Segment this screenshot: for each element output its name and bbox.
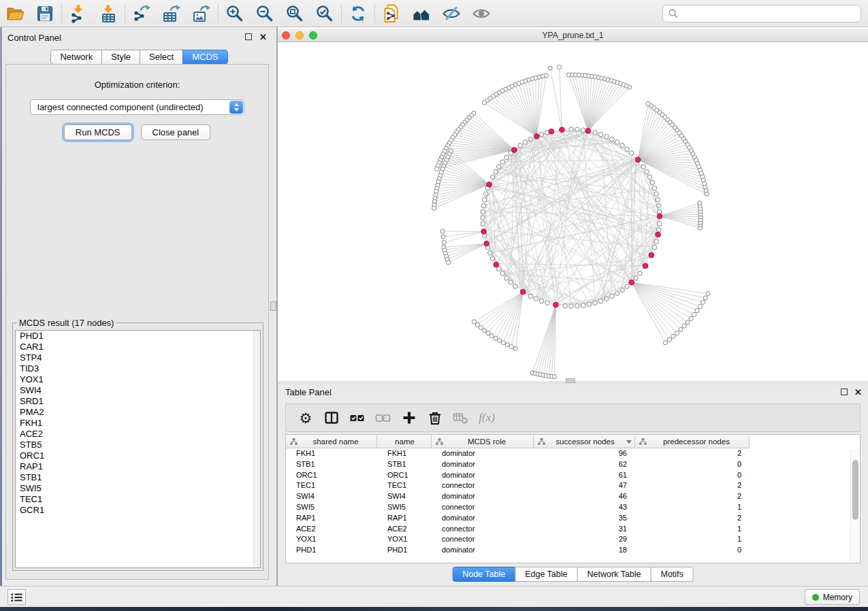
- import-table-icon: [99, 4, 118, 23]
- table-row[interactable]: ORC1ORC1dominator610: [286, 470, 860, 481]
- list-item[interactable]: ACE2: [16, 429, 260, 440]
- table-cell: ACE2: [377, 524, 432, 535]
- search-input[interactable]: [682, 9, 855, 18]
- list-item[interactable]: PHD1: [16, 331, 260, 342]
- table-scrollbar-thumb[interactable]: [852, 460, 858, 520]
- zoom-out-button[interactable]: [250, 1, 280, 26]
- list-item[interactable]: YOX1: [16, 374, 260, 385]
- column-header-successor-nodes[interactable]: successor nodes: [534, 435, 635, 448]
- tab-network[interactable]: Network: [50, 50, 102, 65]
- list-item[interactable]: STP4: [16, 352, 260, 363]
- list-item[interactable]: PMA2: [16, 407, 260, 418]
- zoom-selected-button[interactable]: [310, 1, 340, 26]
- window-zoom-button[interactable]: [309, 31, 317, 39]
- table-row[interactable]: TEC1TEC1connector472: [286, 480, 860, 491]
- table-cell: 61: [534, 470, 635, 481]
- table-scrollbar[interactable]: [850, 449, 859, 562]
- zoom-in-button[interactable]: [220, 1, 250, 26]
- table-cell: YOX1: [377, 534, 432, 545]
- search-box[interactable]: [662, 5, 861, 22]
- import-network-button[interactable]: [63, 1, 93, 26]
- optimization-select[interactable]: largest connected component (undirected): [30, 99, 244, 115]
- tab-node-table[interactable]: Node Table: [452, 567, 515, 582]
- table-row[interactable]: SWI4SWI4dominator462: [286, 491, 860, 502]
- export-image-button[interactable]: [187, 1, 216, 26]
- network-graph[interactable]: [278, 42, 868, 381]
- list-item[interactable]: STB5: [16, 440, 260, 450]
- close-table-panel-icon[interactable]: ✕: [854, 387, 862, 397]
- export-network-button[interactable]: [127, 1, 157, 26]
- zoom-fit-icon: [285, 4, 304, 23]
- table-row[interactable]: PHD1PHD1dominator180: [286, 545, 860, 556]
- table-cell: 2: [635, 491, 750, 502]
- split-columns-button[interactable]: [319, 406, 344, 429]
- gear-button[interactable]: ⚙: [293, 406, 319, 429]
- network-document-button[interactable]: [376, 1, 406, 26]
- table-row[interactable]: STB1STB1dominator620: [286, 459, 860, 470]
- vertical-splitter-handle[interactable]: [270, 301, 276, 311]
- window-minimize-button[interactable]: [295, 31, 304, 39]
- refresh-button[interactable]: [343, 1, 373, 26]
- panel-menu-button[interactable]: [7, 589, 26, 605]
- table-cell: 35: [534, 513, 635, 524]
- table-cell: connector: [432, 502, 534, 513]
- zoom-fit-button[interactable]: [280, 1, 310, 26]
- table-row[interactable]: YOX1YOX1connector291: [286, 534, 860, 545]
- close-panel-button[interactable]: Close panel: [141, 125, 211, 140]
- tab-edge-table[interactable]: Edge Table: [515, 567, 577, 582]
- eye-hide-button[interactable]: [436, 1, 466, 26]
- list-item[interactable]: SWI5: [16, 483, 260, 494]
- window-close-button[interactable]: [282, 31, 290, 39]
- table-row[interactable]: ACE2ACE2connector311: [286, 524, 860, 535]
- network-window-titlebar: YPA_prune.txt_1: [278, 29, 868, 42]
- table-row[interactable]: SWI5SWI5connector431: [286, 502, 860, 513]
- save-button[interactable]: [30, 1, 60, 26]
- list-item[interactable]: TID3: [16, 363, 260, 374]
- add-button[interactable]: [396, 406, 422, 429]
- column-header-shared-name[interactable]: shared name: [286, 435, 377, 448]
- table-cell: 43: [534, 502, 635, 513]
- tab-mcds[interactable]: MCDS: [182, 50, 227, 65]
- list-item[interactable]: SRD1: [16, 396, 260, 407]
- mcds-result-list[interactable]: PHD1CAR1STP4TID3YOX1SWI4SRD1PMA2FKH1ACE2…: [15, 330, 261, 568]
- list-item[interactable]: ORC1: [16, 450, 260, 461]
- trash-button[interactable]: [422, 406, 448, 429]
- network-column-icon: [436, 438, 443, 445]
- close-panel-icon[interactable]: ✕: [259, 32, 267, 42]
- float-table-panel-icon[interactable]: [841, 389, 848, 395]
- table-cell: SWI4: [377, 491, 432, 502]
- table-cell: dominator: [432, 470, 534, 481]
- open-folder-button[interactable]: [0, 1, 30, 26]
- tab-select[interactable]: Select: [140, 50, 183, 65]
- houses-button[interactable]: [406, 1, 436, 26]
- tab-style[interactable]: Style: [101, 50, 140, 65]
- run-mcds-button[interactable]: Run MCDS: [64, 125, 132, 140]
- import-table-button[interactable]: [93, 1, 123, 26]
- select-all-button[interactable]: [344, 406, 370, 429]
- network-canvas[interactable]: [278, 42, 868, 381]
- list-item[interactable]: GCR1: [16, 505, 260, 516]
- deselect-all-button[interactable]: [370, 406, 396, 429]
- float-panel-icon[interactable]: [245, 33, 252, 40]
- table-toolbar: ⚙f(x): [285, 403, 861, 432]
- list-item[interactable]: RAP1: [16, 461, 260, 472]
- memory-button[interactable]: Memory: [805, 589, 860, 605]
- list-item[interactable]: STB1: [16, 472, 260, 483]
- column-header-mcds-role[interactable]: MCDS role: [432, 435, 534, 448]
- list-item[interactable]: SWI4: [16, 385, 260, 396]
- tab-network-table[interactable]: Network Table: [577, 567, 652, 582]
- column-header-name[interactable]: name: [377, 435, 432, 448]
- table-row[interactable]: RAP1RAP1dominator352: [286, 513, 860, 524]
- list-item[interactable]: FKH1: [16, 418, 260, 429]
- export-table-icon: [162, 4, 181, 23]
- horizontal-splitter-handle[interactable]: [566, 378, 575, 383]
- export-table-button[interactable]: [157, 1, 187, 26]
- tab-motifs[interactable]: Motifs: [650, 567, 693, 582]
- eye-show-button[interactable]: [466, 1, 496, 26]
- table-cell: ORC1: [286, 470, 377, 481]
- column-header-predecessor-nodes[interactable]: predecessor nodes: [635, 435, 750, 448]
- list-item[interactable]: TEC1: [16, 494, 260, 505]
- result-list-scrollbar[interactable]: [253, 331, 260, 567]
- table-row[interactable]: FKH1FKH1dominator962: [286, 448, 860, 459]
- list-item[interactable]: CAR1: [16, 342, 260, 352]
